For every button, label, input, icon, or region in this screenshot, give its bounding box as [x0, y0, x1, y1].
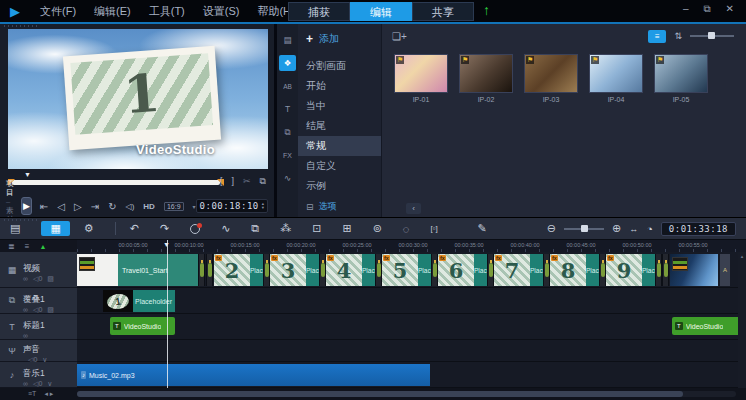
minimize-button[interactable]: – [683, 3, 689, 15]
add-category-button[interactable]: + 添加 [298, 24, 381, 56]
track-content[interactable] [77, 340, 746, 362]
timeline-view-button[interactable]: ▦ [41, 221, 69, 236]
gallery-thumbnail[interactable]: ⚑ [394, 54, 448, 93]
gallery-item[interactable]: ⚑ IP-05 [654, 54, 708, 103]
prev-frame-button[interactable]: ◁ [57, 201, 65, 212]
hd-toggle[interactable]: HD [143, 202, 155, 211]
bracket-tool-button[interactable]: [▫] [430, 224, 437, 233]
horizontal-scrollbar[interactable] [77, 391, 736, 397]
preview-screen[interactable]: 1 VideoStudio [8, 29, 268, 169]
vertical-scrollbar[interactable]: ▴ [738, 252, 746, 388]
go-start-button[interactable]: ⇤ [40, 201, 48, 212]
transition-clip[interactable] [487, 254, 494, 286]
track-list-icon[interactable]: ≡ [25, 242, 30, 251]
transition-clip[interactable] [431, 254, 438, 286]
category-item[interactable]: 开始 [298, 76, 381, 96]
painting-creator-button[interactable]: ⁂ [280, 222, 291, 235]
track-extra-icon[interactable]: ∨ [47, 380, 52, 388]
next-frame-button[interactable]: ▷ [74, 201, 82, 212]
split-screen-creator-button[interactable]: ⊞ [342, 222, 351, 235]
play-button[interactable]: ▶ [21, 197, 32, 215]
loop-button[interactable]: ↻ [108, 201, 116, 212]
subtitle-editor-button[interactable]: ⊡ [312, 222, 321, 235]
title-icon[interactable]: T [279, 101, 296, 117]
timeline-zoom-slider[interactable] [564, 228, 604, 230]
clip-start-thumbnail[interactable] [77, 254, 118, 286]
media-icon[interactable]: ▤ [279, 32, 296, 48]
split-clip-button[interactable]: ✂ [243, 176, 251, 187]
track-link-icon[interactable]: ∞ [23, 380, 28, 388]
upgrade-arrow-icon[interactable]: ↑ [483, 2, 490, 18]
gallery-thumbnail[interactable]: ⚑ [589, 54, 643, 93]
clip-ending[interactable] [670, 254, 718, 286]
timeline-ruler[interactable]: 00:00:05:0000:00:10:0000:00:15:0000:00:2… [77, 240, 746, 252]
record-capture-button[interactable] [190, 224, 200, 234]
track-link-icon[interactable]: ∞ [23, 306, 28, 314]
add-folder-icon[interactable]: ❏+ [392, 31, 407, 42]
thumbnail-zoom-slider[interactable] [690, 35, 734, 37]
transition-icon[interactable]: AB [279, 78, 296, 94]
track-header[interactable]: T 标题1 ∞ [0, 314, 77, 340]
fit-project-button[interactable]: ↔ [629, 224, 638, 234]
track-volume-icon[interactable]: ◁0 [33, 380, 42, 388]
category-item[interactable]: 当中 [298, 96, 381, 116]
clip-travel01[interactable]: Travel01_Start [118, 254, 198, 286]
zoom-in-button[interactable]: ⊕ [612, 222, 621, 235]
transition-clip[interactable] [655, 254, 662, 286]
transition-clip[interactable] [319, 254, 326, 286]
sort-icon[interactable]: ⇅ [674, 31, 682, 41]
placeholder-clip[interactable]: fx 5 Placeholder [382, 254, 438, 286]
placeholder-clip[interactable]: fx 7 Placeholder [494, 254, 550, 286]
transition-clip-a[interactable]: A [720, 254, 730, 286]
transition-clip[interactable] [662, 254, 669, 286]
menu-item[interactable]: 工具(T) [149, 4, 185, 19]
aspect-ratio-select[interactable]: 16:9 [164, 202, 184, 211]
transition-clip[interactable] [375, 254, 382, 286]
menu-item[interactable]: 设置(S) [203, 4, 240, 19]
close-button[interactable]: ✕ [726, 3, 734, 15]
track-manager-icon[interactable]: ≣ [8, 242, 15, 251]
undo-button[interactable]: ↶ [130, 222, 139, 235]
graphic-icon[interactable]: ⧉ [279, 124, 296, 140]
batch-convert-button[interactable]: ⧉ [251, 222, 259, 235]
track-header[interactable]: ▦ 视频 ∞ ◁0 ▨ [0, 252, 77, 288]
gallery-thumbnail[interactable]: ⚑ [524, 54, 578, 93]
ripple-edit-icon[interactable]: ▲ [39, 243, 46, 250]
enlarge-preview-button[interactable]: ⧉ [260, 176, 266, 187]
track-header[interactable]: ♪ 音乐1 ∞ ◁0 ∨ [0, 362, 77, 388]
scrubber-playhead[interactable]: ▼ [24, 171, 31, 178]
placeholder-clip[interactable]: fx 6 Placeholder [438, 254, 494, 286]
timeline-timecode[interactable]: 0:01:33:18 [661, 222, 736, 236]
storyboard-view-button[interactable]: ▤ [10, 222, 20, 235]
transition-clip[interactable] [599, 254, 606, 286]
scrollbar-thumb[interactable] [77, 391, 683, 397]
placeholder-clip[interactable]: fx 9 Placeholder [606, 254, 662, 286]
category-item[interactable]: 分割画面 [298, 56, 381, 76]
instant-project-icon[interactable]: ❖ [279, 55, 296, 71]
gallery-item[interactable]: ⚑ IP-01 [394, 54, 448, 103]
category-item[interactable]: 常规 [298, 136, 381, 156]
music-clip[interactable]: ♪ Music_02.mp3 [77, 364, 430, 386]
mark-out-button[interactable]: ] [232, 176, 235, 187]
track-extra-icon[interactable]: ▨ [47, 275, 54, 283]
transition-clip[interactable] [263, 254, 270, 286]
category-item[interactable]: 结尾 [298, 116, 381, 136]
multicam-editor-button[interactable]: ⊚ [373, 222, 382, 235]
track-content[interactable] [77, 314, 746, 340]
playhead-line[interactable] [167, 240, 168, 388]
placeholder-clip[interactable]: fx 8 Placeholder [550, 254, 606, 286]
list-view-toggle[interactable]: ≡ [648, 30, 666, 43]
track-extra-icon[interactable]: ▨ [47, 306, 54, 314]
nav-arrows-icon[interactable]: ◂ ▸ [44, 390, 53, 398]
motion-path-icon[interactable]: ∿ [279, 170, 296, 186]
track-volume-icon[interactable]: ◁0 [33, 275, 42, 283]
menu-item[interactable]: 编辑(E) [94, 4, 131, 19]
placeholder-clip[interactable]: fx 4 Placeholder [326, 254, 382, 286]
slider-handle[interactable] [581, 225, 588, 232]
track-volume-icon[interactable]: ◁0 [33, 306, 42, 314]
track-link-icon[interactable]: ∞ [23, 275, 28, 283]
transition-clip[interactable] [543, 254, 550, 286]
trim-bar[interactable] [12, 180, 220, 185]
transition-clip[interactable] [206, 254, 213, 286]
track-header[interactable]: ⧉ 覆叠1 ∞ ◁0 ▨ [0, 288, 77, 314]
